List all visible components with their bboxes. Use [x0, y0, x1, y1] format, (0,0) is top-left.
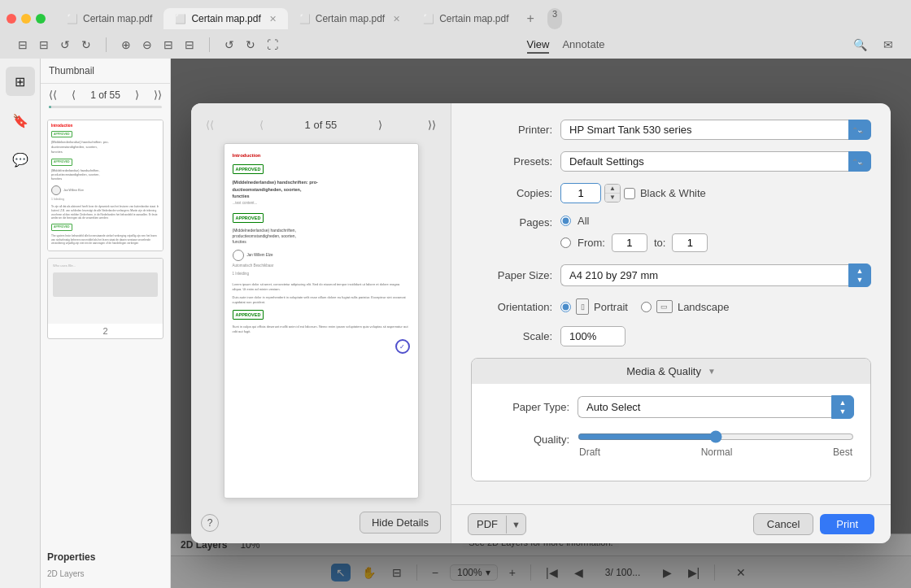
presets-select-arrow[interactable]: ⌄ [848, 151, 871, 172]
portrait-radio[interactable] [560, 302, 571, 312]
fullscreen-button[interactable] [36, 14, 46, 24]
paper-type-arrows[interactable]: ▲ ▼ [831, 395, 854, 419]
tab-4[interactable]: ⬜ Certain map.pdf [412, 8, 520, 29]
properties-title: Properties [47, 551, 163, 563]
new-tab-button[interactable]: + [521, 8, 541, 29]
portrait-option[interactable]: ▯ Portrait [560, 298, 628, 315]
printer-row: Printer: HP Smart Tank 530 series ⌄ [471, 120, 871, 140]
pages-all-radio[interactable] [560, 216, 571, 226]
approved-badge-2: APPROVED [51, 159, 72, 166]
paper-size-display: A4 210 by 297 mm [560, 264, 848, 286]
preview-next-btn[interactable]: ⟩ [373, 116, 387, 133]
save-button[interactable]: ⊟ [13, 37, 33, 53]
presets-row: Presets: Default Settings ⌄ [471, 151, 871, 172]
quality-slider-row [578, 430, 854, 443]
pages-icon: ⊞ [15, 74, 25, 89]
pages-to-input[interactable] [672, 233, 708, 252]
mail-button[interactable]: ✉ [878, 37, 898, 53]
media-quality-header[interactable]: Media & Quality ▼ [472, 359, 870, 384]
landscape-option[interactable]: ▭ Landscape [641, 300, 730, 313]
paper-size-arrows[interactable]: ▲ ▼ [848, 264, 871, 287]
presets-select[interactable]: Default Settings [560, 151, 871, 172]
preview-doc-content: Introduction APPROVED (Middelnederlandse… [224, 144, 418, 362]
pdf-dropdown-button[interactable]: ▼ [506, 516, 525, 534]
paper-type-up: ▲ [839, 399, 847, 407]
quality-control: Draft Normal Best [578, 430, 854, 458]
thumb-prev-page[interactable]: ⟨ [72, 89, 76, 101]
orientation-row: Orientation: ▯ Portrait [471, 298, 871, 315]
minimize-button[interactable] [21, 14, 31, 24]
thumbnail-list[interactable]: Introduction APPROVED (Middelnederlandse… [41, 113, 170, 545]
presets-control: Default Settings ⌄ [560, 151, 871, 172]
preview-first-btn[interactable]: ⟨⟨ [201, 116, 219, 133]
thumbnail-item-2[interactable]: Who uses Ble... 2 [47, 258, 163, 339]
pdf-icon-1: ⬜ [67, 14, 78, 24]
copies-increment[interactable]: ▲ [605, 185, 620, 194]
sidebar-item-comments[interactable]: 💬 [6, 145, 35, 174]
landscape-label: Landscape [678, 301, 730, 313]
pages-all-label: All [578, 215, 589, 227]
rotate-right-button[interactable]: ↻ [241, 37, 260, 53]
preview-last-btn[interactable]: ⟩⟩ [423, 116, 441, 133]
fullscreen-btn[interactable]: ⛶ [262, 37, 283, 53]
view-mode-button[interactable]: ⊟ [159, 37, 178, 53]
pages-range-radio[interactable] [560, 237, 571, 248]
paper-size-select: A4 210 by 297 mm ▲ ▼ [560, 264, 871, 287]
dialog-preview: ⟨⟨ ⟨ 1 of 55 ⟩ ⟩⟩ Introduction APPROVED … [191, 103, 451, 543]
cancel-button[interactable]: Cancel [753, 513, 813, 535]
redo-button[interactable]: ↻ [76, 37, 96, 53]
bw-checkbox-label: Black & White [624, 187, 706, 199]
pdf-button[interactable]: PDF [469, 514, 506, 534]
scale-input[interactable] [560, 326, 625, 346]
scale-label: Scale: [471, 330, 552, 342]
quality-slider[interactable] [578, 430, 854, 443]
thumb-last-page[interactable]: ⟩⟩ [154, 89, 162, 101]
bw-checkbox[interactable] [624, 188, 635, 199]
undo-button[interactable]: ↺ [55, 37, 75, 53]
doc-area: 2D Layers 10% See 2D Layers for more inf… [171, 59, 911, 588]
printer-select-arrow[interactable]: ⌄ [848, 120, 871, 140]
nav-tab-view[interactable]: View [527, 37, 550, 54]
fit-button[interactable]: ⊟ [180, 37, 199, 53]
zoom-out-button[interactable]: ⊖ [137, 37, 157, 53]
tab-list: ⬜ Certain map.pdf ⬜ Certain map.pdf ✕ ⬜ … [55, 8, 904, 29]
tab-3[interactable]: ⬜ Certain map.pdf ✕ [288, 8, 412, 29]
thumb-first-page[interactable]: ⟨⟨ [49, 89, 57, 101]
tab-3-close[interactable]: ✕ [393, 14, 400, 24]
search-button[interactable]: 🔍 [848, 37, 872, 53]
sidebar-item-bookmarks[interactable]: 🔖 [6, 106, 35, 135]
orientation-control: ▯ Portrait ▭ Landscape [560, 298, 871, 315]
tab-2[interactable]: ⬜ Certain map.pdf ✕ [163, 8, 287, 29]
approved-badge-1: APPROVED [51, 131, 72, 138]
main-toolbar: ⊟ ⊟ ↺ ↻ ⊕ ⊖ ⊟ ⊟ ↺ ↻ ⛶ View Annotate 🔍 ✉ [0, 31, 911, 59]
copies-decrement[interactable]: ▼ [605, 194, 620, 202]
thumbnail-item-1[interactable]: Introduction APPROVED (Middelnederlandse… [47, 120, 163, 251]
close-button[interactable] [7, 14, 16, 24]
nav-tab-annotate[interactable]: Annotate [562, 37, 604, 54]
pages-options: All From: to: [560, 215, 871, 252]
preview-prev-btn[interactable]: ⟨ [255, 116, 268, 133]
print-button[interactable]: Print [820, 514, 874, 534]
expand-chevron-icon: ▼ [708, 367, 716, 376]
footer-left: PDF ▼ [468, 513, 526, 535]
copies-input[interactable] [560, 183, 601, 203]
down-arrow: ▼ [857, 276, 864, 284]
zoom-in-button[interactable]: ⊕ [116, 37, 136, 53]
hide-details-button[interactable]: Hide Details [360, 512, 441, 534]
pages-from-input[interactable] [612, 233, 647, 252]
paper-type-control: Auto Select ▲ ▼ [578, 395, 854, 419]
quality-label: Quality: [488, 433, 569, 446]
layout-button[interactable]: ⊟ [34, 37, 54, 53]
landscape-radio[interactable] [641, 302, 652, 312]
printer-select[interactable]: HP Smart Tank 530 series [560, 120, 871, 140]
dialog-settings: Printer: HP Smart Tank 530 series ⌄ [451, 103, 891, 543]
thumb-next-page[interactable]: ⟩ [135, 89, 139, 101]
toolbar-group-actions: ⊟ ⊟ ↺ ↻ [13, 37, 96, 53]
rotate-left-button[interactable]: ↺ [220, 37, 239, 53]
media-quality-label: Media & Quality [626, 365, 701, 377]
help-button[interactable]: ? [201, 514, 219, 532]
tab-2-close[interactable]: ✕ [269, 14, 277, 24]
paper-size-label: Paper Size: [471, 269, 552, 281]
tab-1[interactable]: ⬜ Certain map.pdf [55, 8, 163, 29]
sidebar-item-pages[interactable]: ⊞ [6, 67, 35, 96]
